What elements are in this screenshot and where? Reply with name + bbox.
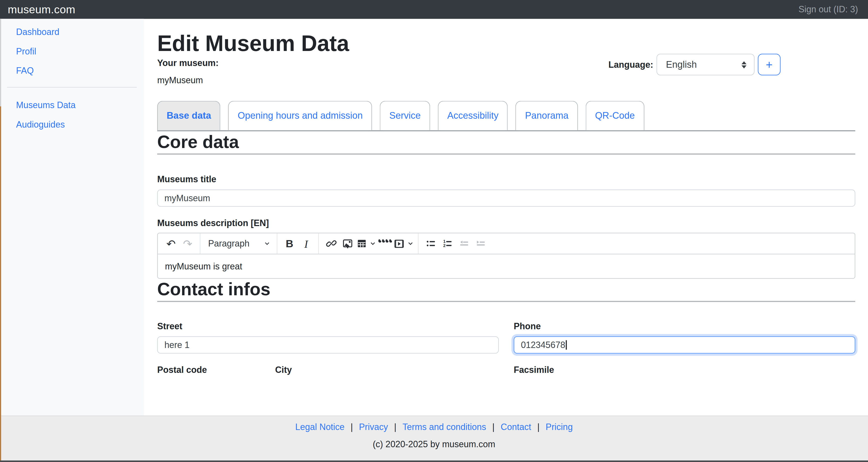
- sign-out-link[interactable]: Sign out (ID: 3): [798, 4, 858, 15]
- street-input[interactable]: [157, 337, 499, 354]
- footer-separator: |: [350, 422, 353, 432]
- paragraph-style-dropdown[interactable]: Paragraph: [205, 235, 273, 252]
- insert-image-button[interactable]: [340, 235, 355, 252]
- tab-opening-hours[interactable]: Opening hours and admission: [228, 101, 372, 130]
- sidebar-item-dashboard[interactable]: Dashboard: [0, 22, 144, 41]
- footer-link-pricing[interactable]: Pricing: [546, 422, 573, 432]
- page-title: Edit Museum Data: [157, 31, 855, 55]
- svg-text:2: 2: [443, 243, 445, 248]
- core-data-heading: Core data: [157, 131, 855, 152]
- language-select-value: English: [666, 59, 697, 70]
- tab-accessibility[interactable]: Accessibility: [438, 101, 508, 130]
- window-edge-artifact: [0, 106, 1, 462]
- insert-table-button[interactable]: [356, 235, 376, 252]
- app-window: museum.com Sign out (ID: 3) Dashboard Pr…: [0, 0, 868, 462]
- language-label: Language:: [609, 60, 653, 70]
- street-label: Street: [157, 321, 499, 332]
- sidebar-divider: [7, 87, 137, 87]
- tab-service[interactable]: Service: [380, 101, 430, 130]
- footer-link-legal-notice[interactable]: Legal Notice: [295, 422, 344, 432]
- chevron-down-icon: [264, 240, 270, 247]
- footer: Legal Notice|Privacy|Terms and condition…: [0, 416, 868, 462]
- window-edge-artifact: [0, 19, 1, 107]
- editor-content[interactable]: myMuseum is great: [158, 254, 855, 278]
- facsimile-label: Facsimile: [514, 365, 554, 376]
- footer-link-terms[interactable]: Terms and conditions: [403, 422, 486, 432]
- footer-links: Legal Notice|Privacy|Terms and condition…: [0, 422, 868, 432]
- redo-icon: ↷: [183, 238, 192, 249]
- phone-input[interactable]: 012345678: [514, 337, 855, 354]
- toolbar-separator: [318, 233, 319, 254]
- redo-button[interactable]: ↷: [180, 235, 195, 252]
- insert-media-button[interactable]: [394, 235, 413, 252]
- section-rule: [157, 301, 855, 302]
- undo-icon: ↶: [166, 238, 176, 249]
- contact-infos-heading: Contact infos: [157, 279, 855, 300]
- sidebar-item-faq[interactable]: FAQ: [0, 61, 144, 81]
- increase-indent-button[interactable]: [473, 235, 488, 252]
- bulleted-list-button[interactable]: [423, 235, 438, 252]
- rich-text-editor: ↶ ↷ Paragraph B: [157, 233, 855, 279]
- tab-qr-code[interactable]: QR-Code: [586, 101, 644, 130]
- footer-link-privacy[interactable]: Privacy: [359, 422, 388, 432]
- increase-indent-icon: [475, 238, 486, 249]
- insert-table-icon: [356, 238, 367, 249]
- paragraph-style-value: Paragraph: [208, 239, 249, 249]
- insert-media-icon: [394, 238, 405, 249]
- section-rule: [157, 153, 855, 155]
- footer-copyright: (c) 2020-2025 by museum.com: [0, 439, 868, 450]
- tab-base-data[interactable]: Base data: [157, 101, 220, 130]
- window-bottom-edge-artifact: [0, 461, 868, 462]
- main-content: Edit Museum Data Your museum: myMuseum L…: [144, 19, 868, 462]
- italic-icon: I: [304, 238, 308, 249]
- tab-bar: Base data Opening hours and admission Se…: [157, 101, 855, 132]
- toolbar-separator: [277, 233, 277, 254]
- decrease-indent-button[interactable]: [456, 235, 472, 252]
- toolbar-separator: [418, 233, 418, 254]
- sidebar-item-audioguides[interactable]: Audioguides: [0, 115, 144, 134]
- numbered-list-icon: 1 2: [442, 238, 453, 249]
- chevron-down-icon: [370, 240, 376, 247]
- phone-value: 012345678: [521, 340, 565, 350]
- italic-button[interactable]: I: [299, 235, 314, 252]
- insert-image-icon: [342, 238, 353, 249]
- footer-separator: |: [492, 422, 495, 432]
- undo-button[interactable]: ↶: [163, 235, 179, 252]
- link-button[interactable]: [323, 235, 339, 252]
- bulleted-list-icon: [425, 238, 436, 249]
- bold-button[interactable]: B: [282, 235, 297, 252]
- museum-name-text: myMuseum: [157, 75, 855, 86]
- city-label: City: [275, 365, 499, 376]
- sidebar-item-profil[interactable]: Profil: [0, 41, 144, 61]
- footer-separator: |: [537, 422, 539, 432]
- footer-link-contact[interactable]: Contact: [501, 422, 531, 432]
- brand-logo[interactable]: museum.com: [8, 3, 75, 16]
- editor-toolbar: ↶ ↷ Paragraph B: [158, 233, 855, 254]
- museums-title-label: Museums title: [157, 174, 855, 185]
- footer-separator: |: [394, 422, 396, 432]
- select-arrows-icon: [741, 60, 747, 69]
- museums-title-input[interactable]: [157, 190, 855, 207]
- block-quote-button[interactable]: ““: [377, 235, 393, 252]
- top-navbar: museum.com Sign out (ID: 3): [0, 0, 868, 19]
- bold-icon: B: [286, 238, 293, 249]
- sidebar-item-museums-data[interactable]: Museums Data: [0, 95, 144, 115]
- chevron-down-icon: [407, 240, 413, 247]
- toolbar-separator: [200, 233, 200, 254]
- link-icon: [326, 238, 336, 249]
- decrease-indent-icon: [459, 238, 469, 249]
- museums-description-label: Museums description [EN]: [157, 218, 855, 229]
- text-caret: [566, 340, 567, 350]
- postal-code-label: Postal code: [157, 365, 275, 376]
- language-select[interactable]: English: [657, 54, 754, 75]
- sidebar: Dashboard Profil FAQ Museums Data Audiog…: [0, 19, 144, 462]
- language-group: Language: English +: [609, 54, 781, 75]
- numbered-list-button[interactable]: 1 2: [440, 235, 455, 252]
- tab-panorama[interactable]: Panorama: [516, 101, 578, 130]
- phone-label: Phone: [514, 321, 855, 332]
- add-language-button[interactable]: +: [758, 54, 780, 75]
- block-quote-icon: ““: [378, 239, 392, 248]
